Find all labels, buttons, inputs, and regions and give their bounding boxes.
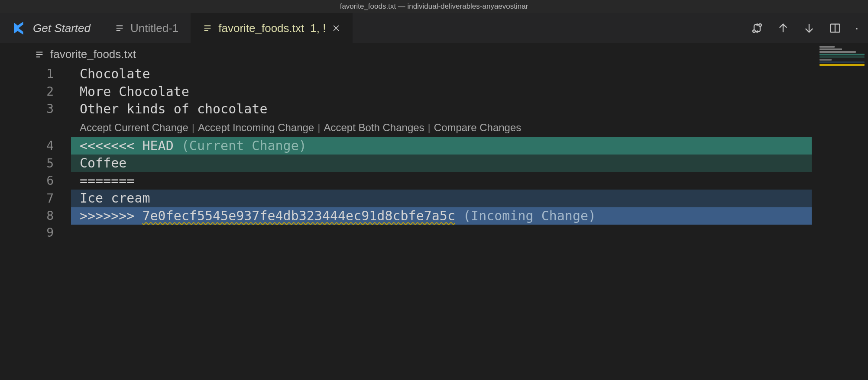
tab-untitled-1[interactable]: Untitled-1 xyxy=(103,13,191,43)
line-number: 3 xyxy=(10,100,71,118)
compare-changes-button[interactable]: Compare Changes xyxy=(434,121,521,135)
previous-change-icon[interactable] xyxy=(777,22,789,34)
titlebar-text: favorite_foods.txt — individual-delivera… xyxy=(340,2,528,11)
line-number: 7 xyxy=(10,190,71,207)
tab-label: favorite_foods.txt xyxy=(218,22,304,35)
editor[interactable]: 1 Chocolate 2 More Chocolate 3 Other kin… xyxy=(10,65,868,241)
line-number xyxy=(10,118,71,137)
conflict-incoming-marker[interactable]: >>>>>>> 7e0fecf5545e937fe4db323444ec91d8… xyxy=(71,207,812,225)
split-editor-icon[interactable] xyxy=(829,22,841,34)
conflict-head-marker[interactable]: <<<<<<< HEAD (Current Change) xyxy=(71,137,812,155)
compare-changes-icon[interactable] xyxy=(751,22,763,34)
line-number: 8 xyxy=(10,207,71,225)
more-actions-icon[interactable]: · xyxy=(855,21,859,35)
close-icon[interactable] xyxy=(332,24,340,32)
svg-point-1 xyxy=(759,24,761,26)
next-change-icon[interactable] xyxy=(803,22,815,34)
titlebar: favorite_foods.txt — individual-delivera… xyxy=(0,0,868,13)
merge-codelens: Accept Current Change|Accept Incoming Ch… xyxy=(71,118,812,137)
file-icon xyxy=(115,23,124,33)
tab-favorite-foods[interactable]: favorite_foods.txt 1, ! xyxy=(191,13,353,43)
breadcrumb[interactable]: favorite_foods.txt xyxy=(0,43,868,65)
tab-label: Get Started xyxy=(33,22,91,35)
line-number: 6 xyxy=(10,172,71,190)
line-number: 4 xyxy=(10,137,71,155)
vscode-icon xyxy=(12,21,27,35)
line-number: 2 xyxy=(10,83,71,101)
code-line[interactable]: Other kinds of chocolate xyxy=(71,100,812,118)
line-number: 1 xyxy=(10,65,71,83)
code-line[interactable]: More Chocolate xyxy=(71,83,812,101)
conflict-separator[interactable]: ======= xyxy=(71,172,812,190)
tab-bar: Get Started Untitled-1 favorite_foods.tx… xyxy=(0,13,868,43)
breadcrumb-file: favorite_foods.txt xyxy=(50,48,136,61)
line-number: 9 xyxy=(10,225,71,241)
file-icon xyxy=(203,23,212,33)
tab-label: Untitled-1 xyxy=(130,22,178,35)
activity-bar-edge xyxy=(0,65,10,241)
tab-actions: · xyxy=(742,13,868,43)
line-number: 5 xyxy=(10,155,71,172)
accept-current-button[interactable]: Accept Current Change xyxy=(80,121,188,135)
conflict-current-line[interactable]: Coffee xyxy=(71,155,812,172)
tab-get-started[interactable]: Get Started xyxy=(0,13,103,43)
accept-both-button[interactable]: Accept Both Changes xyxy=(324,121,424,135)
code-line[interactable]: Chocolate xyxy=(71,65,812,83)
tab-dirty-badge: 1, ! xyxy=(310,22,326,35)
svg-point-0 xyxy=(753,30,755,32)
code-line[interactable] xyxy=(71,225,812,241)
minimap[interactable] xyxy=(816,43,868,95)
conflict-incoming-line[interactable]: Ice cream xyxy=(71,190,812,207)
accept-incoming-button[interactable]: Accept Incoming Change xyxy=(198,121,314,135)
file-icon xyxy=(35,50,44,59)
